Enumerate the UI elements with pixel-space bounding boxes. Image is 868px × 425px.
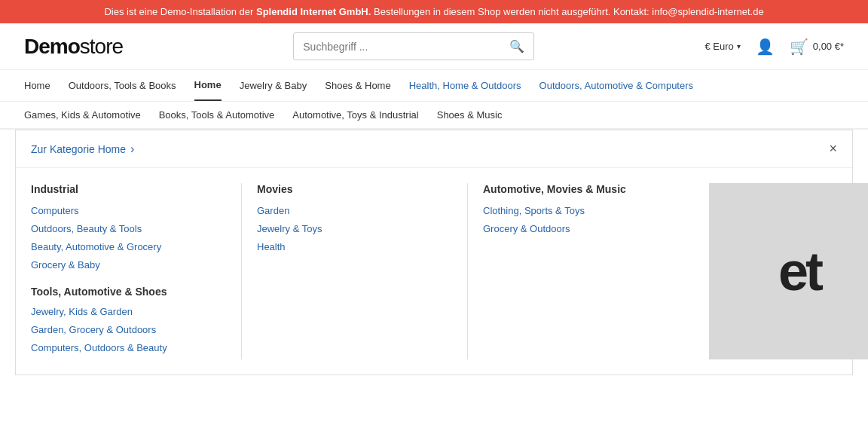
- industrial-list: Computers Outdoors, Beauty & Tools Beaut…: [31, 204, 226, 271]
- automotive-list: Clothing, Sports & Toys Grocery & Outdoo…: [483, 204, 679, 234]
- logo[interactable]: Demostore: [24, 35, 123, 59]
- link-clothing-sports-toys[interactable]: Clothing, Sports & Toys: [483, 205, 585, 216]
- cart-icon: 🛒: [790, 38, 808, 56]
- nav-item-jewelry-baby[interactable]: Jewelry & Baby: [240, 71, 307, 100]
- list-item: Jewelry & Toys: [257, 222, 452, 234]
- link-garden[interactable]: Garden: [257, 205, 289, 216]
- tools-list: Jewelry, Kids & Garden Garden, Grocery &…: [31, 305, 226, 353]
- search-button[interactable]: 🔍: [500, 33, 533, 60]
- list-item: Outdoors, Beauty & Tools: [31, 222, 226, 234]
- list-item: Computers, Outdoors & Beauty: [31, 341, 226, 353]
- nav-item-outdoors-tools-books[interactable]: Outdoors, Tools & Books: [69, 71, 176, 100]
- link-grocery-outdoors[interactable]: Grocery & Outdoors: [483, 223, 570, 234]
- col-title-tools: Tools, Automotive & Shoes: [31, 286, 226, 298]
- currency-label: € Euro: [704, 41, 733, 52]
- demo-banner: Dies ist eine Demo-Installation der Sple…: [0, 0, 868, 23]
- image-text: et: [778, 240, 821, 302]
- list-item: Computers: [31, 204, 226, 216]
- list-item: Clothing, Sports & Toys: [483, 204, 679, 216]
- banner-text-bold: Splendid Internet GmbH.: [256, 6, 371, 17]
- logo-bold: Demo: [24, 35, 80, 58]
- list-item: Grocery & Baby: [31, 258, 226, 271]
- cart-total: 0,00 €*: [813, 41, 844, 52]
- user-icon[interactable]: 👤: [756, 38, 775, 56]
- nav-item-shoes-home[interactable]: Shoes & Home: [325, 71, 390, 100]
- category-link[interactable]: Zur Kategorie Home: [31, 142, 134, 156]
- dropdown-header: Zur Kategorie Home ×: [16, 130, 852, 168]
- cart-button[interactable]: 🛒 0,00 €*: [790, 38, 844, 56]
- list-item: Garden: [257, 204, 452, 216]
- nav-item-automotive-toys-industrial[interactable]: Automotive, Toys & Industrial: [292, 102, 418, 128]
- nav-item-home-active[interactable]: Home: [194, 70, 222, 101]
- link-computers-outdoors-beauty[interactable]: Computers, Outdoors & Beauty: [31, 342, 167, 353]
- col-section-tools: Tools, Automotive & Shoes Jewelry, Kids …: [31, 286, 226, 353]
- movies-list: Garden Jewelry & Toys Health: [257, 204, 452, 252]
- link-jewelry-toys[interactable]: Jewelry & Toys: [257, 223, 322, 234]
- primary-nav: Home Outdoors, Tools & Books Home Jewelr…: [0, 70, 868, 102]
- list-item: Garden, Grocery & Outdoors: [31, 323, 226, 335]
- col-title-movies: Movies: [257, 183, 452, 195]
- banner-text-rest: Bestellungen in diesem Shop werden nicht…: [371, 6, 763, 17]
- dropdown-image: et: [709, 183, 868, 359]
- nav-item-health-home-outdoors[interactable]: Health, Home & Outdoors: [409, 71, 521, 100]
- link-jewelry-kids-garden[interactable]: Jewelry, Kids & Garden: [31, 306, 133, 317]
- nav-item-home[interactable]: Home: [24, 71, 50, 100]
- search-input[interactable]: [294, 35, 500, 59]
- dropdown-col-industrial: Industrial Computers Outdoors, Beauty & …: [31, 183, 242, 359]
- link-grocery-baby[interactable]: Grocery & Baby: [31, 259, 100, 271]
- list-item: Jewelry, Kids & Garden: [31, 305, 226, 317]
- list-item: Health: [257, 240, 452, 252]
- logo-light: store: [80, 35, 123, 58]
- search-bar: 🔍: [293, 32, 534, 60]
- secondary-nav: Games, Kids & Automotive Books, Tools & …: [0, 102, 868, 130]
- dropdown-panel: Zur Kategorie Home × Industrial Computer…: [15, 130, 853, 375]
- list-item: Grocery & Outdoors: [483, 222, 679, 234]
- dropdown-col-movies: Movies Garden Jewelry & Toys Health: [257, 183, 468, 359]
- link-outdoors-beauty-tools[interactable]: Outdoors, Beauty & Tools: [31, 223, 142, 234]
- top-right: € Euro 👤 🛒 0,00 €*: [704, 38, 844, 56]
- banner-text-normal: Dies ist eine Demo-Installation der: [104, 6, 256, 17]
- list-item: Beauty, Automotive & Grocery: [31, 240, 226, 252]
- link-garden-grocery-outdoors[interactable]: Garden, Grocery & Outdoors: [31, 324, 156, 335]
- link-computers[interactable]: Computers: [31, 205, 79, 216]
- dropdown-content: Industrial Computers Outdoors, Beauty & …: [16, 168, 852, 375]
- close-button[interactable]: ×: [829, 141, 837, 157]
- nav-item-books-tools-automotive[interactable]: Books, Tools & Automotive: [159, 102, 275, 128]
- dropdown-col-automotive: Automotive, Movies & Music Clothing, Spo…: [483, 183, 694, 359]
- link-beauty-automotive-grocery[interactable]: Beauty, Automotive & Grocery: [31, 241, 161, 252]
- col-title-automotive: Automotive, Movies & Music: [483, 183, 679, 195]
- nav-item-games-kids-automotive[interactable]: Games, Kids & Automotive: [24, 102, 141, 128]
- nav-item-shoes-music[interactable]: Shoes & Music: [437, 102, 503, 128]
- top-bar: Demostore 🔍 € Euro 👤 🛒 0,00 €*: [0, 23, 868, 70]
- col-title-industrial: Industrial: [31, 183, 226, 195]
- link-health[interactable]: Health: [257, 241, 286, 252]
- currency-selector[interactable]: € Euro: [704, 41, 740, 52]
- nav-item-outdoors-automotive-computers[interactable]: Outdoors, Automotive & Computers: [539, 71, 693, 100]
